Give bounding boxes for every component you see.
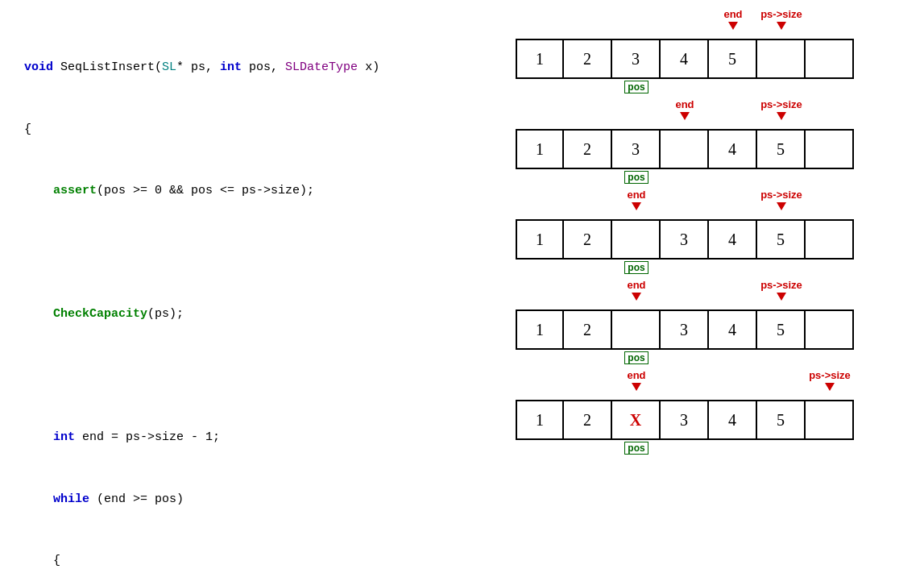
cell-d3-4: 4 [709, 219, 757, 260]
cell-d2-4: 4 [709, 129, 757, 169]
cell-d5-4: 4 [709, 400, 757, 440]
array-group-d1: endps->size12345pos [516, 8, 854, 97]
cell-d3-2 [612, 219, 661, 260]
code-line-9: { [24, 550, 499, 569]
cell-d2-6 [806, 129, 854, 169]
cell-d3-0: 1 [516, 219, 564, 260]
cell-d4-6 [806, 309, 854, 350]
code-line-5: CheckCapacity(ps); [24, 304, 499, 325]
cell-d2-5: 5 [757, 129, 806, 169]
cell-d1-2: 3 [612, 39, 661, 79]
cell-d4-0: 1 [516, 309, 564, 350]
array-group-d5: endps->size12X345pos [516, 369, 854, 458]
cell-d5-1: 2 [564, 400, 612, 440]
cell-d5-0: 1 [516, 400, 564, 440]
cell-d2-0: 1 [516, 129, 564, 169]
code-line-2: { [24, 119, 499, 140]
cell-d2-1: 2 [564, 129, 612, 169]
code-line-3: assert(pos >= 0 && pos <= ps->size); [24, 181, 499, 201]
code-line-7: int end = ps->size - 1; [24, 427, 499, 448]
code-line-6 [24, 366, 499, 387]
diagram-panel: endps->size12345posendps->size12345posen… [516, 0, 924, 569]
code-line-8: while (end >= pos) [24, 489, 499, 510]
cell-d1-6 [806, 39, 854, 79]
cell-d5-5: 5 [757, 400, 806, 440]
cell-d4-2 [612, 309, 661, 350]
code-panel: void SeqListInsert(SL* ps, int pos, SLDa… [0, 0, 516, 569]
cell-d3-6 [806, 219, 854, 260]
code-line-4 [24, 243, 499, 264]
cell-d5-6 [806, 400, 854, 440]
cell-d2-2: 3 [612, 129, 661, 169]
code-line-1: void SeqListInsert(SL* ps, int pos, SLDa… [24, 57, 499, 78]
array-group-d4: endps->size12345pos [516, 279, 854, 368]
cell-d2-3 [661, 129, 709, 169]
cell-d3-1: 2 [564, 219, 612, 260]
cell-d5-3: 3 [661, 400, 709, 440]
cell-d1-3: 4 [661, 39, 709, 79]
array-group-d3: endps->size12345pos [516, 189, 854, 277]
cell-d3-3: 3 [661, 219, 709, 260]
cell-d3-5: 5 [757, 219, 806, 260]
cell-d4-4: 4 [709, 309, 757, 350]
cell-d1-0: 1 [516, 39, 564, 79]
cell-d1-4: 5 [709, 39, 757, 79]
cell-d1-1: 2 [564, 39, 612, 79]
cell-d4-1: 2 [564, 309, 612, 350]
cell-d4-5: 5 [757, 309, 806, 350]
cell-d1-5 [757, 39, 806, 79]
array-group-d2: endps->size12345pos [516, 98, 854, 187]
cell-d5-2: X [612, 400, 661, 440]
cell-d4-3: 3 [661, 309, 709, 350]
